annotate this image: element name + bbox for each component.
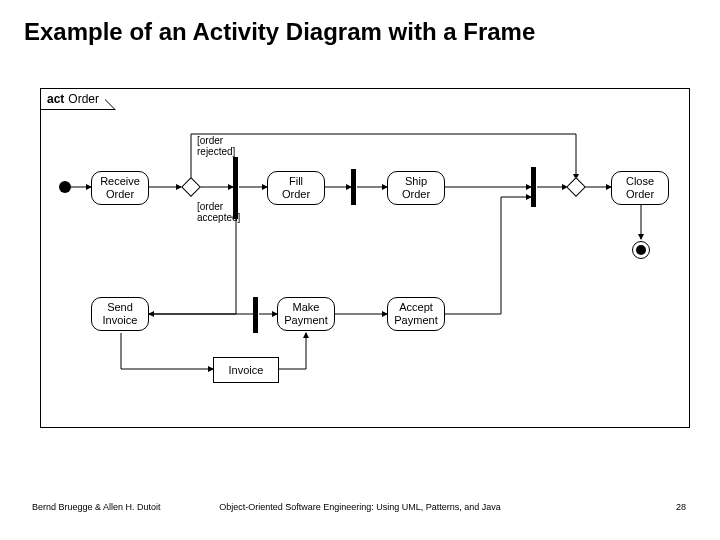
decision-icon <box>181 177 201 197</box>
activity-close-order: CloseOrder <box>611 171 669 205</box>
frame-name: Order <box>68 92 99 106</box>
merge-icon <box>566 177 586 197</box>
activity-ship-order: ShipOrder <box>387 171 445 205</box>
guard-rejected: [orderrejected] <box>197 135 235 157</box>
activity-accept-payment: AcceptPayment <box>387 297 445 331</box>
object-node-invoice: Invoice <box>213 357 279 383</box>
join-bar <box>531 167 536 207</box>
activity-send-invoice: SendInvoice <box>91 297 149 331</box>
footer-authors: Bernd Bruegge & Allen H. Dutoit <box>32 502 161 512</box>
edges <box>41 89 691 429</box>
activity-frame: act Order <box>40 88 690 428</box>
initial-node-icon <box>59 181 71 193</box>
frame-tab: act Order <box>40 88 116 110</box>
activity-receive-order: ReceiveOrder <box>91 171 149 205</box>
footer-book-title: Object-Oriented Software Engineering: Us… <box>219 502 501 512</box>
fork-bar-lower <box>253 297 258 333</box>
activity-fill-order: FillOrder <box>267 171 325 205</box>
sync-bar <box>351 169 356 205</box>
final-node-icon <box>632 241 650 259</box>
frame-keyword: act <box>47 92 64 106</box>
page-title: Example of an Activity Diagram with a Fr… <box>0 0 720 46</box>
activity-make-payment: MakePayment <box>277 297 335 331</box>
footer-page-number: 28 <box>676 502 686 512</box>
guard-accepted: [orderaccepted] <box>197 201 240 223</box>
